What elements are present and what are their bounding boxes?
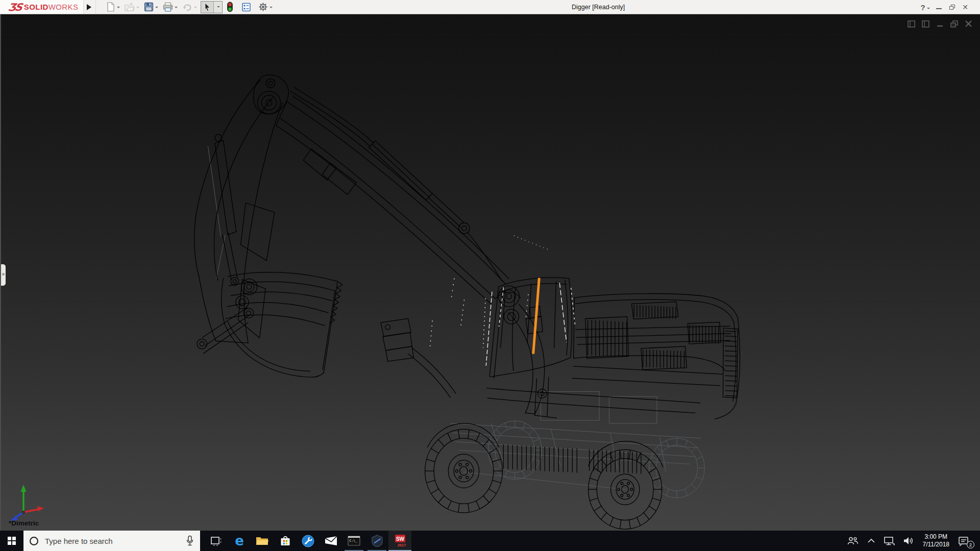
solidworks-glyph-icon: ƷS (7, 1, 22, 13)
print-button[interactable] (162, 1, 179, 13)
search-input[interactable]: Type here to search (23, 531, 200, 551)
search-placeholder: Type here to search (45, 537, 179, 545)
restore-icon (949, 5, 955, 10)
cortana-icon (30, 537, 38, 545)
undo-button[interactable] (181, 1, 199, 13)
doc-close-button[interactable] (964, 20, 973, 28)
select-cursor-icon (203, 3, 211, 12)
help-button[interactable]: ? (919, 0, 932, 14)
help-tools-button[interactable] (297, 531, 320, 551)
highlight-edges (430, 236, 575, 366)
featuremanager-collapse-tab[interactable] (1, 264, 6, 286)
new-document-icon (106, 2, 115, 12)
solidworks-logo: ƷS SOLIDWORKS (0, 0, 84, 14)
command-prompt-button[interactable]: C:\_ (342, 531, 365, 551)
orientation-triad (5, 480, 52, 523)
front-attachment (381, 318, 456, 397)
bucket (222, 272, 342, 378)
document-window-controls (907, 20, 973, 28)
task-view-button[interactable] (205, 531, 228, 551)
network-button[interactable] (879, 531, 899, 551)
print-dropdown[interactable] (175, 7, 178, 10)
minimize-button[interactable] (932, 0, 945, 14)
close-button[interactable]: ✕ (959, 0, 972, 14)
menu-flyout-button[interactable] (84, 0, 96, 14)
file-explorer-button[interactable] (251, 531, 274, 551)
document-title: Digger [Read-only] (572, 4, 625, 11)
stoplight-icon (227, 2, 233, 12)
doc-restore-button[interactable] (950, 20, 959, 28)
far-front-wheel (488, 421, 542, 480)
solidworks-app-icon: SW 2017 (394, 534, 406, 547)
help-dropdown[interactable] (927, 8, 930, 11)
file-explorer-icon (256, 535, 268, 546)
options-button[interactable] (257, 1, 274, 13)
speaker-icon (903, 536, 914, 545)
hidden-icons-button[interactable] (863, 531, 879, 551)
wrench-circle-icon (302, 535, 314, 547)
window-controls: ? ✕ (919, 0, 972, 14)
edge-button[interactable]: e (228, 531, 251, 551)
mail-icon (325, 536, 337, 546)
select-tool-button[interactable] (201, 2, 214, 13)
mail-button[interactable] (320, 531, 342, 551)
open-icon (125, 3, 135, 12)
notification-badge: 2 (967, 541, 974, 548)
store-button[interactable] (274, 531, 297, 551)
restore-button[interactable] (945, 0, 959, 14)
svg-text:e: e (235, 534, 244, 547)
action-center-button[interactable]: 2 (954, 531, 974, 551)
undo-icon (182, 3, 192, 12)
options-gear-icon (258, 2, 268, 12)
new-document-button[interactable] (105, 1, 121, 13)
stick-arm (276, 96, 509, 305)
rebuild-stoplight-button[interactable] (226, 1, 234, 13)
save-button[interactable] (143, 1, 160, 13)
open-button[interactable] (124, 1, 141, 13)
close-icon: ✕ (962, 3, 968, 11)
clock[interactable]: 3:00 PM 7/11/2018 (918, 533, 954, 548)
chassis (427, 423, 663, 473)
microphone-icon[interactable] (186, 535, 194, 546)
task-view-icon (210, 535, 223, 546)
clock-time: 3:00 PM (924, 533, 947, 541)
people-button[interactable] (843, 531, 863, 551)
new-document-dropdown[interactable] (117, 7, 120, 10)
view-orientation-label: *Dimetric (9, 519, 39, 527)
file-properties-button[interactable] (240, 1, 252, 13)
save-dropdown[interactable] (155, 7, 158, 10)
options-dropdown[interactable] (270, 7, 273, 10)
selected-edge[interactable] (533, 278, 540, 354)
doc-window-icon-2[interactable] (921, 20, 930, 28)
volume-button[interactable] (899, 531, 918, 551)
svg-text:SW: SW (396, 536, 404, 542)
digger-wireframe-model[interactable] (1, 14, 980, 531)
start-button[interactable] (0, 531, 23, 551)
file-properties-icon (241, 3, 251, 12)
viewer-3d-icon (371, 535, 383, 547)
undo-dropdown[interactable] (194, 7, 197, 10)
system-tray: 3:00 PM 7/11/2018 2 (843, 531, 980, 551)
viewer-3d-button[interactable] (365, 531, 388, 551)
doc-window-icon-1[interactable] (907, 20, 916, 28)
select-tool-dropdown[interactable] (214, 2, 222, 13)
quick-access-toolbar (105, 1, 276, 13)
network-monitor-icon (884, 536, 895, 546)
people-icon (847, 536, 859, 546)
hidden-geometry (208, 146, 704, 498)
title-bar: ƷS SOLIDWORKS (0, 0, 980, 14)
collapse-tab-dot-icon (2, 273, 5, 276)
brand-text-solid: SOLID (24, 3, 48, 11)
help-icon: ? (920, 3, 925, 12)
svg-text:C:\_: C:\_ (350, 539, 358, 543)
solidworks-button[interactable]: SW 2017 (388, 531, 411, 551)
select-tool-group (201, 1, 223, 13)
y-axis-arrow (21, 485, 27, 492)
engine-deck (486, 294, 740, 419)
open-dropdown[interactable] (136, 7, 139, 10)
doc-minimize-button[interactable] (936, 20, 944, 28)
graphics-area[interactable]: *Dimetric (0, 14, 980, 531)
print-icon (163, 2, 173, 12)
save-icon (144, 2, 154, 12)
windows-taskbar: Type here to search e (0, 531, 980, 551)
